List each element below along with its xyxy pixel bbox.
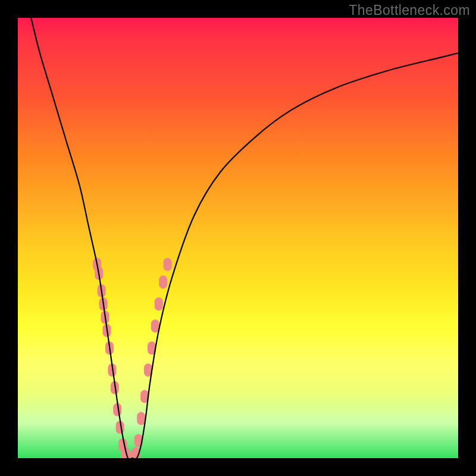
- curve-path: [31, 18, 458, 458]
- marker-group: [93, 258, 171, 458]
- marker-dot: [155, 298, 163, 311]
- chart-svg: [18, 18, 458, 458]
- marker-dot: [164, 258, 172, 271]
- plot-area: [18, 18, 458, 458]
- chart-frame: TheBottleneck.com: [0, 0, 476, 476]
- watermark-text: TheBottleneck.com: [349, 2, 470, 18]
- marker-dot: [137, 412, 145, 425]
- marker-dot: [159, 275, 167, 289]
